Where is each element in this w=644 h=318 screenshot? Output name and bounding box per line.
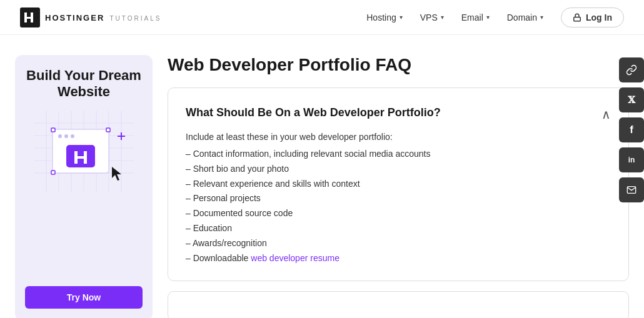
svg-rect-20: [51, 128, 55, 132]
ad-title: Build Your Dream Website: [25, 67, 143, 101]
ad-illustration: [34, 111, 134, 192]
chevron-down-icon: ▾: [540, 14, 543, 21]
website-illustration: [34, 111, 134, 192]
x-icon: 𝕏: [628, 94, 635, 106]
faq-card-2: [168, 291, 629, 318]
main-nav: Hosting ▾ VPS ▾ Email ▾ Domain ▾ Log In: [366, 7, 624, 27]
list-item: – Relevant experience and skills with co…: [186, 177, 611, 192]
social-sidebar: 𝕏 f in: [619, 57, 644, 202]
faq-header-1: What Should Be On a Web Developer Portfo…: [186, 106, 611, 122]
header: HOSTINGER TUTORIALS Hosting ▾ VPS ▾ Emai…: [0, 0, 644, 35]
list-item: – Contact information, including relevan…: [186, 147, 611, 162]
logo-wordmark: HOSTINGER TUTORIALS: [45, 12, 161, 22]
copy-link-button[interactable]: [619, 57, 644, 82]
main-content: Web Developer Portfolio FAQ What Should …: [168, 55, 629, 318]
login-button[interactable]: Log In: [561, 7, 624, 27]
resume-link[interactable]: web developer resume: [251, 253, 340, 263]
svg-rect-21: [106, 128, 110, 132]
nav-vps[interactable]: VPS ▾: [420, 12, 444, 22]
linkedin-icon: in: [628, 156, 635, 164]
svg-rect-1: [574, 17, 581, 21]
chevron-down-icon: ▾: [400, 14, 403, 21]
link-icon: [626, 64, 637, 76]
faq-card-1: What Should Be On a Web Developer Portfo…: [168, 87, 629, 281]
page-body: Build Your Dream Website: [0, 35, 644, 318]
logo: HOSTINGER TUTORIALS: [20, 7, 161, 27]
list-item: – Education: [186, 221, 611, 236]
svg-rect-22: [51, 171, 55, 174]
svg-point-16: [58, 134, 62, 138]
x-twitter-button[interactable]: 𝕏: [619, 87, 644, 112]
faq-intro-1: Include at least these in your web devel…: [186, 132, 611, 142]
faq-question-1: What Should Be On a Web Developer Portfo…: [186, 106, 441, 120]
list-item: – Short bio and your photo: [186, 162, 611, 177]
chevron-down-icon: ▾: [441, 14, 444, 21]
faq-toggle-1[interactable]: ∧: [601, 107, 611, 122]
nav-domain[interactable]: Domain ▾: [507, 12, 543, 22]
logo-main-text: HOSTINGER: [45, 13, 104, 22]
faq-list-1: – Contact information, including relevan…: [186, 147, 611, 266]
page-title: Web Developer Portfolio FAQ: [168, 55, 629, 75]
list-item: – Awards/recognition: [186, 236, 611, 251]
try-now-button[interactable]: Try Now: [25, 286, 143, 309]
list-item: – Documented source code: [186, 206, 611, 221]
facebook-icon: f: [630, 124, 633, 136]
svg-point-18: [71, 134, 74, 138]
mail-icon: [626, 185, 636, 195]
linkedin-button[interactable]: in: [619, 147, 644, 172]
facebook-button[interactable]: f: [619, 117, 644, 142]
nav-email[interactable]: Email ▾: [461, 12, 490, 22]
logo-sub-text: TUTORIALS: [109, 15, 161, 22]
list-item-with-link: – Downloadable web developer resume: [186, 251, 611, 266]
list-item: – Personal projects: [186, 191, 611, 206]
email-button[interactable]: [619, 177, 644, 202]
nav-hosting[interactable]: Hosting ▾: [366, 12, 402, 22]
lock-icon: [573, 13, 581, 22]
svg-point-17: [64, 134, 68, 138]
chevron-down-icon: ▾: [486, 14, 490, 21]
logo-icon: [20, 7, 40, 27]
sidebar-ad: Build Your Dream Website: [15, 55, 153, 318]
